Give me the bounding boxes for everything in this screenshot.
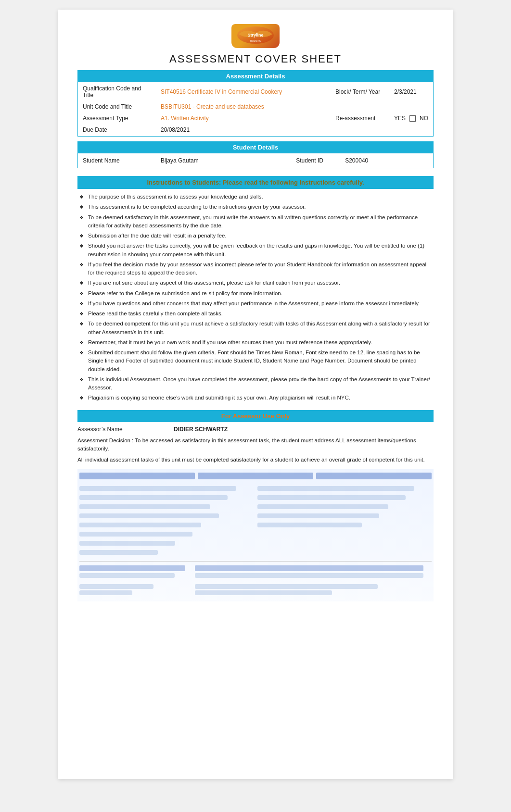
instruction-item-9: If you have questions and other concerns… [79, 299, 432, 309]
divider [79, 561, 432, 562]
assessment-type-label: Assessment Type [79, 113, 156, 124]
due-date-row: Due Date 20/08/2021 [79, 125, 432, 135]
instruction-item-11: To be deemed competent for this unit you… [79, 319, 432, 337]
qualification-value: SIT40516 Certificate IV in Commercial Co… [157, 83, 331, 100]
instructions-header: Instructions to Students: Please read th… [77, 176, 434, 189]
yes-no-cell: YES NO [390, 113, 432, 124]
instruction-item-1: The purpose of this assessment is to ass… [79, 192, 432, 202]
instruction-item-5: Should you not answer the tasks correctl… [79, 241, 432, 260]
instruction-item-6: If you feel the decision made by your as… [79, 260, 432, 278]
assessor-name-value: DIDIER SCHWARTZ [174, 426, 228, 433]
blurred-row [79, 523, 201, 527]
blurred-row [79, 550, 158, 555]
due-date-value: 20/08/2021 [157, 125, 432, 135]
instruction-item-7: If you are not sure about any aspect of … [79, 278, 432, 288]
blurred-row [257, 495, 406, 500]
instruction-item-15: Plagiarism is copying someone else’s wor… [79, 393, 432, 403]
reassessment-label: Re-assessment [332, 113, 389, 124]
blurred-content-block [79, 486, 432, 557]
assessment-details-header: Assessment Details [77, 70, 434, 82]
blurred-row [79, 495, 228, 500]
student-details-header: Student Details [77, 141, 434, 153]
instruction-item-4: Submission after the due date will resul… [79, 231, 432, 241]
decision-text-1: Assessment Decision : To be accessed as … [77, 437, 434, 453]
assessment-type-value: A1. Written Activity [157, 113, 331, 124]
blurred-row [79, 573, 175, 578]
blurred-row [195, 573, 424, 578]
block-label: Block/ Term/ Year [332, 83, 389, 100]
blurred-cell-2 [198, 473, 313, 479]
instruction-item-10: Please read the tasks carefully then com… [79, 309, 432, 319]
blurred-row [195, 590, 332, 595]
blurred-row [79, 513, 219, 518]
blurred-left [79, 486, 254, 557]
blurred-grid-header [79, 473, 432, 482]
instruction-item-13: Submitted document should follow the giv… [79, 348, 432, 375]
blurred-row [79, 590, 132, 595]
blurred-right [257, 486, 432, 557]
assessment-details-table: Qualification Code and Title SIT40516 Ce… [77, 82, 434, 137]
unit-row: Unit Code and Title BSBITU301 - Create a… [79, 101, 432, 112]
blurred-footer2-left [79, 584, 185, 598]
logo-image: Stryline TRAINING [231, 24, 280, 48]
blurred-row [79, 584, 153, 589]
logo-area: Stryline TRAINING [77, 24, 434, 48]
instruction-item-8: Please refer to the College re-submissio… [79, 288, 432, 299]
student-name-label: Student Name [79, 154, 156, 167]
blurred-row [79, 532, 192, 537]
assessment-type-row: Assessment Type A1. Written Activity Re-… [79, 113, 432, 124]
student-details-section: Student Details Student Name Bijaya Gaut… [77, 141, 434, 168]
assessment-details-section: Assessment Details Qualification Code an… [77, 70, 434, 137]
blurred-footer-row2 [79, 584, 432, 598]
student-details-table: Student Name Bijaya Gautam Student ID S2… [77, 153, 434, 168]
assessor-header: For Assessor Use Only [77, 410, 434, 422]
assessor-name-row: Assessor’s Name DIDIER SCHWARTZ [77, 426, 434, 433]
blurred-cell-1 [79, 473, 195, 479]
yes-checkbox[interactable] [409, 115, 416, 122]
blurred-footer2-right [195, 584, 424, 598]
assessor-name-label: Assessor’s Name [77, 426, 154, 433]
blurred-footer-left [79, 565, 185, 580]
decision-text-2: All individual assessment tasks of this … [77, 456, 434, 464]
instruction-item-3: To be deemed satisfactory in this assess… [79, 212, 432, 231]
student-id-value: S200040 [341, 154, 432, 167]
yes-label: YES [394, 115, 406, 122]
blurred-row [257, 523, 362, 527]
unit-value: BSBITU301 - Create and use databases [157, 101, 432, 112]
blurred-row [79, 486, 236, 491]
no-label: NO [420, 115, 428, 122]
blurred-footer-row1 [79, 565, 432, 580]
svg-text:Stryline: Stryline [247, 33, 263, 37]
qualification-label: Qualification Code and Title [79, 83, 156, 100]
instruction-item-14: This is individual Assessment. Once you … [79, 375, 432, 393]
instruction-item-2: This assessment is to be completed accor… [79, 202, 432, 212]
blurred-row [257, 486, 414, 491]
blurred-row [257, 513, 379, 518]
instructions-section: Instructions to Students: Please read th… [77, 176, 434, 403]
qualification-row: Qualification Code and Title SIT40516 Ce… [79, 83, 432, 100]
blurred-content [77, 469, 434, 601]
blurred-cell-3 [316, 473, 432, 479]
blurred-footer-right [195, 565, 424, 580]
page: Stryline TRAINING ASSESSMENT COVER SHEET… [58, 10, 453, 779]
blurred-row [79, 504, 210, 509]
blurred-label [79, 565, 185, 571]
unit-label: Unit Code and Title [79, 101, 156, 112]
blurred-row [195, 584, 378, 589]
block-value: 2/3/2021 [390, 83, 432, 100]
svg-text:TRAINING: TRAINING [250, 39, 261, 42]
blurred-row [79, 541, 175, 546]
instruction-item-12: Remember, that it must be your own work … [79, 337, 432, 348]
page-title: ASSESSMENT COVER SHEET [77, 53, 434, 65]
due-date-label: Due Date [79, 125, 156, 135]
blurred-label [195, 565, 424, 571]
student-name-value: Bijaya Gautam [157, 154, 291, 167]
student-row: Student Name Bijaya Gautam Student ID S2… [79, 154, 432, 167]
blurred-row [257, 504, 388, 509]
assessor-section: For Assessor Use Only Assessor’s Name DI… [77, 410, 434, 464]
student-id-label: Student ID [292, 154, 340, 167]
instructions-list: The purpose of this assessment is to ass… [77, 192, 434, 403]
